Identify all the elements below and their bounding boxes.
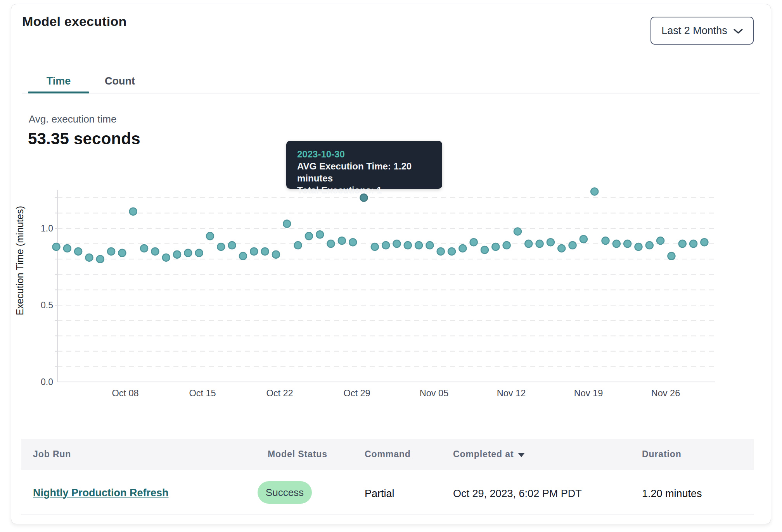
- tooltip-total-executions: Total Executions: 1: [297, 184, 431, 196]
- page-title: Model execution: [22, 14, 126, 29]
- scatter-point[interactable]: [448, 248, 455, 255]
- column-header-job-run[interactable]: Job Run: [33, 449, 71, 459]
- scatter-point[interactable]: [140, 245, 148, 252]
- scatter-point[interactable]: [602, 237, 609, 244]
- scatter-point[interactable]: [316, 231, 324, 238]
- active-tab-underline: [28, 92, 89, 93]
- chart-tabs: Time Count: [28, 69, 151, 93]
- x-tick-label: Oct 15: [189, 388, 216, 398]
- tooltip-date: 2023-10-30: [297, 148, 431, 160]
- scatter-point[interactable]: [701, 238, 708, 246]
- scatter-point[interactable]: [558, 245, 565, 252]
- chart-tooltip: 2023-10-30 AVG Execution Time: 1.20 minu…: [286, 141, 442, 189]
- scatter-point[interactable]: [437, 248, 445, 255]
- date-range-label: Last 2 Months: [661, 25, 727, 37]
- column-header-command[interactable]: Command: [365, 449, 411, 459]
- tab-time[interactable]: Time: [28, 69, 89, 93]
- date-range-dropdown[interactable]: Last 2 Months: [651, 17, 754, 45]
- scatter-point[interactable]: [97, 256, 104, 263]
- scatter-point[interactable]: [85, 254, 93, 261]
- y-tick-label: 0.5: [41, 300, 53, 310]
- scatter-point[interactable]: [250, 248, 258, 255]
- duration-cell: 1.20 minutes: [642, 488, 702, 500]
- scatter-point[interactable]: [679, 240, 686, 247]
- scatter-point[interactable]: [327, 240, 335, 247]
- scatter-point[interactable]: [459, 245, 466, 252]
- scatter-point[interactable]: [668, 252, 675, 260]
- scatter-point[interactable]: [503, 242, 510, 249]
- scatter-point[interactable]: [481, 246, 488, 254]
- scatter-point[interactable]: [547, 238, 554, 246]
- x-tick-label: Oct 08: [112, 388, 138, 398]
- scatter-point[interactable]: [525, 240, 532, 247]
- scatter-point[interactable]: [64, 245, 71, 252]
- scatter-point[interactable]: [646, 242, 653, 249]
- execution-time-chart[interactable]: 0.00.51.0Oct 08Oct 15Oct 22Oct 29Nov 05N…: [10, 174, 762, 407]
- scatter-point[interactable]: [74, 248, 82, 255]
- status-badge: Success: [258, 481, 312, 504]
- scatter-point[interactable]: [151, 248, 159, 255]
- scatter-point[interactable]: [206, 232, 214, 240]
- scatter-point[interactable]: [118, 249, 126, 257]
- scatter-point[interactable]: [338, 237, 346, 244]
- avg-execution-time-value: 53.35 seconds: [28, 130, 140, 148]
- scatter-point[interactable]: [217, 243, 225, 250]
- scatter-point[interactable]: [305, 232, 313, 240]
- scatter-point[interactable]: [426, 242, 433, 249]
- column-header-completed-at[interactable]: Completed at: [453, 449, 524, 459]
- scatter-point[interactable]: [130, 208, 137, 215]
- scatter-point[interactable]: [173, 251, 181, 258]
- scatter-point[interactable]: [53, 243, 60, 250]
- y-tick-label: 0.0: [41, 377, 53, 387]
- avg-execution-time-label: Avg. execution time: [29, 113, 116, 125]
- tabs-bottom-border: [22, 93, 760, 93]
- scatter-point[interactable]: [690, 240, 697, 247]
- scatter-point[interactable]: [591, 188, 598, 195]
- scatter-point[interactable]: [393, 240, 400, 247]
- x-tick-label: Nov 12: [497, 388, 526, 398]
- y-tick-label: 1.0: [41, 223, 53, 233]
- scatter-point[interactable]: [261, 248, 269, 255]
- sort-desc-icon: [518, 453, 524, 457]
- scatter-point[interactable]: [580, 235, 587, 243]
- x-tick-label: Nov 05: [420, 388, 448, 398]
- scatter-point[interactable]: [514, 228, 521, 235]
- scatter-point[interactable]: [163, 254, 170, 261]
- scatter-point[interactable]: [196, 249, 203, 257]
- scatter-point[interactable]: [415, 242, 422, 249]
- scatter-point[interactable]: [294, 242, 302, 249]
- scatter-point[interactable]: [624, 240, 631, 247]
- column-header-model-status[interactable]: Model Status: [268, 449, 327, 459]
- scatter-point[interactable]: [349, 238, 356, 246]
- scatter-point[interactable]: [272, 251, 280, 258]
- x-tick-label: Oct 29: [343, 388, 370, 398]
- scatter-point[interactable]: [470, 238, 478, 246]
- scatter-point[interactable]: [283, 220, 291, 228]
- x-tick-label: Oct 22: [266, 388, 293, 398]
- scatter-point[interactable]: [569, 242, 576, 249]
- command-cell: Partial: [365, 488, 394, 500]
- tooltip-avg-execution: AVG Execution Time: 1.20 minutes: [297, 160, 431, 184]
- column-header-duration[interactable]: Duration: [642, 449, 682, 459]
- scatter-point[interactable]: [371, 243, 379, 250]
- scatter-point[interactable]: [536, 240, 543, 247]
- scatter-point[interactable]: [382, 242, 389, 249]
- y-axis-title: Execution Time (minutes): [14, 206, 25, 315]
- scatter-point[interactable]: [404, 242, 412, 249]
- scatter-point[interactable]: [613, 240, 620, 247]
- scatter-point[interactable]: [239, 252, 247, 260]
- scatter-point[interactable]: [107, 248, 115, 255]
- completed-at-cell: Oct 29, 2023, 6:02 PM PDT: [453, 488, 582, 500]
- scatter-point[interactable]: [184, 249, 192, 257]
- row-divider: [21, 515, 754, 515]
- chevron-down-icon: [734, 29, 743, 34]
- job-run-link[interactable]: Nightly Production Refresh: [33, 487, 169, 499]
- x-tick-label: Nov 26: [651, 388, 680, 398]
- scatter-point[interactable]: [635, 243, 642, 250]
- scatter-point[interactable]: [492, 243, 499, 250]
- scatter-point[interactable]: [657, 237, 664, 244]
- tab-count[interactable]: Count: [89, 69, 151, 93]
- x-tick-label: Nov 19: [574, 388, 603, 398]
- scatter-point[interactable]: [228, 242, 236, 249]
